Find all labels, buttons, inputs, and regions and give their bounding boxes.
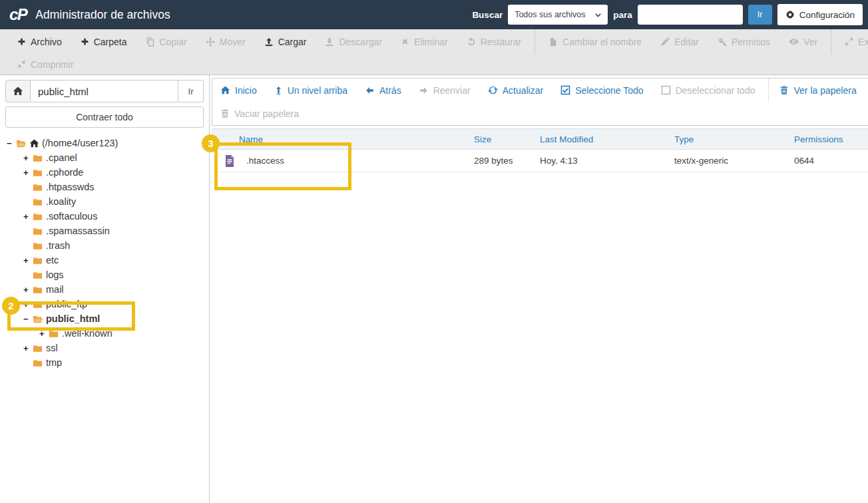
tree-item-label: .trash: [46, 240, 70, 251]
column-header-size[interactable]: Size: [474, 134, 540, 144]
folder-open-icon: [15, 138, 27, 148]
tree-item-softaculous[interactable]: + .softaculous: [5, 209, 204, 224]
folder-icon: [32, 212, 43, 222]
nav-item-label: Inicio: [235, 85, 257, 96]
expand-toggle[interactable]: +: [23, 299, 32, 309]
toolbar-item-label: Permisos: [732, 37, 770, 47]
nav-item-label: Seleccione Todo: [575, 85, 643, 96]
nav-item-un-nivel-arriba[interactable]: Un nivel arriba: [274, 85, 347, 96]
toolbar-item-descargar: Descargar: [316, 37, 391, 47]
tree-item-label: .well-known: [62, 328, 112, 339]
cell-type: text/x-generic: [674, 156, 794, 166]
toolbar-item-label: Carpeta: [94, 37, 127, 47]
path-go-button[interactable]: Ir: [178, 80, 204, 102]
tree-item-koality[interactable]: .koality: [5, 194, 204, 209]
cell-name: .htaccess: [239, 156, 474, 166]
path-group: Ir: [5, 80, 204, 102]
tree-item-logs[interactable]: logs: [5, 267, 204, 282]
main-content: Inicio Un nivel arriba Atrás Reenviar Ac…: [210, 75, 868, 503]
folder-icon: [32, 285, 43, 295]
arrow-left-icon: [365, 86, 375, 95]
tree-item-ssl[interactable]: + ssl: [5, 341, 204, 355]
copy-icon: [146, 37, 155, 47]
settings-button[interactable]: Configuración: [777, 4, 863, 25]
toolbar-item-restaurar: Restaurar: [457, 37, 531, 47]
refresh-icon: [488, 85, 498, 95]
folder-icon: [32, 255, 43, 265]
sidebar: Ir Contraer todo − (/home4/user123) + .c…: [0, 75, 210, 503]
toolbar-separator: [535, 29, 535, 54]
tree-item-label: ssl: [46, 343, 58, 353]
toolbar-item-cargar[interactable]: Cargar: [255, 37, 316, 47]
folder-icon: [32, 197, 43, 207]
collapse-toggle[interactable]: −: [7, 138, 15, 148]
tree-item-public_ftp[interactable]: + public_ftp: [5, 297, 204, 311]
folder-icon: [32, 241, 43, 251]
expand-toggle[interactable]: +: [39, 329, 48, 339]
folder-open-icon: [32, 314, 43, 324]
app-header: cP Administrador de archivos Buscar Todo…: [0, 0, 868, 29]
table-header: Name Size Last Modified Type Permissions: [212, 128, 868, 150]
expand-toggle[interactable]: +: [23, 153, 32, 163]
pencil-icon: [660, 37, 670, 47]
toolbar-item-eliminar: Eliminar: [391, 37, 457, 47]
tree-item-mail[interactable]: + mail: [5, 282, 204, 297]
toolbar-item-comprimir: Comprimir: [8, 59, 83, 70]
nav-item-actualizar[interactable]: Actualizar: [488, 85, 543, 96]
cell-permissions: 0644: [794, 156, 868, 166]
tree-item-cpanel[interactable]: + .cpanel: [5, 150, 204, 165]
nav-item-ver-la-papelera[interactable]: Ver la papelera: [779, 85, 856, 96]
tree-item-trash[interactable]: .trash: [5, 238, 204, 253]
cell-size: 289 bytes: [474, 156, 540, 166]
tree-item-htpasswds[interactable]: .htpasswds: [5, 180, 204, 194]
expand-toggle[interactable]: +: [23, 343, 32, 353]
nav-item-label: Ver la papelera: [793, 85, 856, 96]
tree-item-public_html[interactable]: − public_html: [5, 311, 204, 326]
tree-item-home-root[interactable]: − (/home4/user123): [5, 136, 204, 150]
page-title: Administrador de archivos: [35, 8, 170, 22]
toolbar-item-label: Extraer: [858, 37, 868, 47]
nav-item-seleccione-todo[interactable]: Seleccione Todo: [560, 85, 643, 96]
tree-item-etc[interactable]: + etc: [5, 253, 204, 267]
nav-item-atras[interactable]: Atrás: [365, 85, 401, 96]
column-header-type[interactable]: Type: [674, 134, 794, 144]
nav-item-label: Reenviar: [433, 85, 471, 96]
expand-toggle[interactable]: +: [23, 255, 32, 265]
nav-item-inicio[interactable]: Inicio: [220, 85, 257, 96]
toolbar-row-1: Archivo Carpeta Copiar Mover Cargar Desc…: [0, 29, 868, 54]
search-scope-select[interactable]: Todos sus archivos: [508, 5, 608, 25]
plus-icon: [17, 37, 26, 46]
search-input[interactable]: [638, 5, 743, 25]
toolbar-item-archivo[interactable]: Archivo: [8, 37, 71, 47]
brand: cP Administrador de archivos: [9, 5, 170, 24]
tree-item-cphorde[interactable]: + .cphorde: [5, 165, 204, 180]
toolbar-item-carpeta[interactable]: Carpeta: [71, 37, 136, 47]
navigation-row-2: Vaciar papelera: [212, 102, 868, 125]
tree-item-label: public_html: [46, 313, 100, 324]
arrow-up-icon: [274, 86, 283, 95]
table-row-htaccess[interactable]: .htaccess 289 bytes Hoy, 4:13 text/x-gen…: [212, 150, 868, 172]
column-header-permissions[interactable]: Permissions: [794, 134, 868, 144]
upload-icon: [264, 37, 274, 47]
tree-item-tmp[interactable]: tmp: [5, 355, 204, 370]
folder-icon: [32, 270, 43, 280]
column-header-last-modified[interactable]: Last Modified: [540, 134, 674, 144]
column-header-name[interactable]: Name: [239, 134, 474, 144]
nav-item-deseleccionar-todo: Deseleccionar todo: [661, 85, 756, 96]
collapse-toggle[interactable]: −: [23, 314, 32, 324]
path-home-button[interactable]: [5, 80, 31, 102]
compress-icon: [17, 60, 26, 69]
folder-icon: [32, 168, 43, 178]
arrow-right-icon: [419, 86, 429, 95]
toolbar-item-permisos: Permisos: [708, 37, 779, 47]
expand-toggle[interactable]: +: [23, 168, 32, 178]
expand-toggle[interactable]: +: [23, 212, 32, 222]
expand-toggle[interactable]: +: [23, 285, 32, 295]
tree-item-well-known[interactable]: + .well-known: [5, 326, 204, 341]
path-input[interactable]: [31, 80, 178, 102]
search-go-button[interactable]: Ir: [748, 5, 772, 25]
tree-item-spamassassin[interactable]: .spamassassin: [5, 224, 204, 238]
collapse-all-button[interactable]: Contraer todo: [5, 106, 204, 128]
toolbar-item-label: Cambiar el nombre: [562, 37, 642, 47]
nav-item-reenviar: Reenviar: [419, 85, 471, 96]
